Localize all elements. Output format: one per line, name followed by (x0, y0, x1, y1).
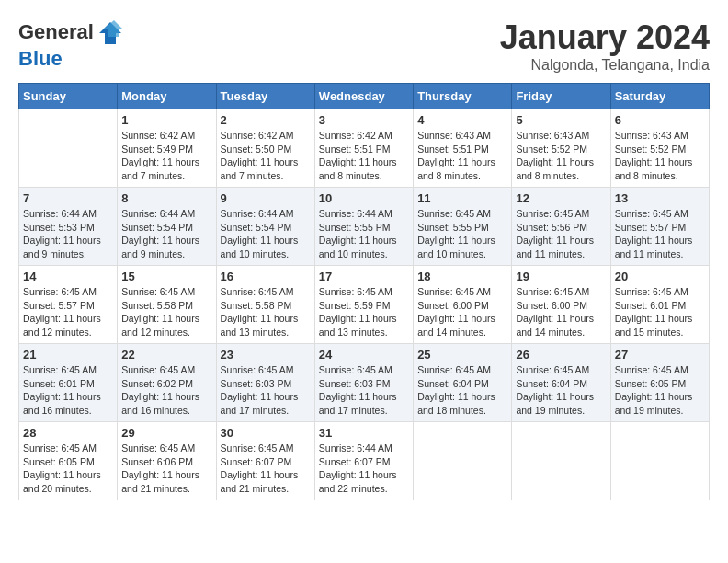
calendar-body: 1Sunrise: 6:42 AM Sunset: 5:49 PM Daylig… (19, 109, 710, 500)
day-detail: Sunrise: 6:45 AM Sunset: 6:05 PM Dayligh… (23, 442, 113, 496)
calendar-cell: 24Sunrise: 6:45 AM Sunset: 6:03 PM Dayli… (314, 344, 413, 422)
week-row-5: 28Sunrise: 6:45 AM Sunset: 6:05 PM Dayli… (19, 422, 710, 500)
week-row-1: 1Sunrise: 6:42 AM Sunset: 5:49 PM Daylig… (19, 109, 710, 188)
day-number: 27 (615, 348, 705, 362)
header-day-wednesday: Wednesday (314, 84, 413, 109)
calendar-cell: 23Sunrise: 6:45 AM Sunset: 6:03 PM Dayli… (216, 344, 314, 422)
header-day-sunday: Sunday (19, 84, 118, 109)
calendar-cell: 5Sunrise: 6:43 AM Sunset: 5:52 PM Daylig… (512, 109, 610, 188)
day-number: 21 (23, 348, 113, 362)
calendar-cell: 20Sunrise: 6:45 AM Sunset: 6:01 PM Dayli… (610, 266, 709, 344)
calendar-cell (512, 422, 610, 500)
day-detail: Sunrise: 6:45 AM Sunset: 6:03 PM Dayligh… (221, 363, 311, 418)
day-number: 1 (121, 113, 211, 127)
calendar-cell: 18Sunrise: 6:45 AM Sunset: 6:00 PM Dayli… (414, 266, 512, 344)
header-day-saturday: Saturday (610, 84, 709, 109)
header-row: SundayMondayTuesdayWednesdayThursdayFrid… (19, 84, 710, 109)
day-detail: Sunrise: 6:45 AM Sunset: 5:57 PM Dayligh… (615, 207, 705, 261)
day-number: 24 (319, 348, 409, 362)
calendar-cell: 9Sunrise: 6:44 AM Sunset: 5:54 PM Daylig… (216, 188, 314, 266)
day-detail: Sunrise: 6:42 AM Sunset: 5:51 PM Dayligh… (319, 129, 409, 183)
day-detail: Sunrise: 6:45 AM Sunset: 6:04 PM Dayligh… (417, 363, 507, 418)
day-detail: Sunrise: 6:42 AM Sunset: 5:49 PM Dayligh… (121, 129, 211, 183)
day-number: 9 (221, 191, 311, 205)
logo-icon (96, 18, 125, 48)
calendar-cell: 12Sunrise: 6:45 AM Sunset: 5:56 PM Dayli… (512, 188, 610, 266)
calendar-cell: 10Sunrise: 6:44 AM Sunset: 5:55 PM Dayli… (314, 188, 413, 266)
calendar-header: SundayMondayTuesdayWednesdayThursdayFrid… (19, 84, 710, 109)
day-number: 31 (319, 426, 409, 440)
day-number: 22 (121, 348, 211, 362)
logo-blue: Blue (18, 47, 63, 70)
day-number: 25 (417, 348, 507, 362)
location-title: Nalgonda, Telangana, India (500, 57, 710, 74)
calendar-cell: 29Sunrise: 6:45 AM Sunset: 6:06 PM Dayli… (118, 422, 216, 500)
calendar-cell: 6Sunrise: 6:43 AM Sunset: 5:52 PM Daylig… (610, 109, 709, 188)
day-detail: Sunrise: 6:45 AM Sunset: 5:58 PM Dayligh… (221, 285, 311, 339)
calendar-cell: 21Sunrise: 6:45 AM Sunset: 6:01 PM Dayli… (19, 344, 118, 422)
calendar-cell: 7Sunrise: 6:44 AM Sunset: 5:53 PM Daylig… (19, 188, 118, 266)
calendar-cell: 17Sunrise: 6:45 AM Sunset: 5:59 PM Dayli… (314, 266, 413, 344)
week-row-2: 7Sunrise: 6:44 AM Sunset: 5:53 PM Daylig… (19, 188, 710, 266)
day-detail: Sunrise: 6:44 AM Sunset: 5:54 PM Dayligh… (121, 207, 211, 261)
day-number: 20 (615, 270, 705, 283)
day-number: 17 (319, 270, 409, 283)
day-detail: Sunrise: 6:45 AM Sunset: 5:55 PM Dayligh… (417, 207, 507, 261)
day-detail: Sunrise: 6:45 AM Sunset: 6:01 PM Dayligh… (615, 285, 705, 339)
day-number: 6 (615, 113, 705, 127)
week-row-4: 21Sunrise: 6:45 AM Sunset: 6:01 PM Dayli… (19, 344, 710, 422)
day-detail: Sunrise: 6:43 AM Sunset: 5:51 PM Dayligh… (417, 129, 507, 183)
calendar-cell: 1Sunrise: 6:42 AM Sunset: 5:49 PM Daylig… (118, 109, 216, 188)
day-number: 30 (221, 426, 311, 440)
day-number: 15 (121, 270, 211, 283)
day-detail: Sunrise: 6:45 AM Sunset: 5:57 PM Dayligh… (23, 285, 113, 339)
calendar-cell: 27Sunrise: 6:45 AM Sunset: 6:05 PM Dayli… (610, 344, 709, 422)
calendar-cell (610, 422, 709, 500)
logo-general: General (18, 20, 94, 43)
calendar-cell: 28Sunrise: 6:45 AM Sunset: 6:05 PM Dayli… (19, 422, 118, 500)
day-detail: Sunrise: 6:43 AM Sunset: 5:52 PM Dayligh… (615, 129, 705, 183)
header-day-thursday: Thursday (414, 84, 512, 109)
day-number: 3 (319, 113, 409, 127)
calendar-cell: 8Sunrise: 6:44 AM Sunset: 5:54 PM Daylig… (118, 188, 216, 266)
calendar-cell: 31Sunrise: 6:44 AM Sunset: 6:07 PM Dayli… (314, 422, 413, 500)
day-number: 13 (615, 191, 705, 205)
header-day-monday: Monday (118, 84, 216, 109)
calendar-cell: 14Sunrise: 6:45 AM Sunset: 5:57 PM Dayli… (19, 266, 118, 344)
day-number: 29 (121, 426, 211, 440)
calendar-cell: 11Sunrise: 6:45 AM Sunset: 5:55 PM Dayli… (414, 188, 512, 266)
day-number: 10 (319, 191, 409, 205)
month-title: January 2024 (500, 18, 710, 57)
day-detail: Sunrise: 6:45 AM Sunset: 6:00 PM Dayligh… (516, 285, 606, 339)
day-number: 26 (516, 348, 606, 362)
logo: General Blue (18, 18, 127, 70)
calendar-cell (19, 109, 118, 188)
calendar-cell: 15Sunrise: 6:45 AM Sunset: 5:58 PM Dayli… (118, 266, 216, 344)
day-number: 23 (221, 348, 311, 362)
day-detail: Sunrise: 6:42 AM Sunset: 5:50 PM Dayligh… (221, 129, 311, 183)
calendar-cell: 4Sunrise: 6:43 AM Sunset: 5:51 PM Daylig… (414, 109, 512, 188)
calendar-table: SundayMondayTuesdayWednesdayThursdayFrid… (18, 83, 710, 500)
calendar-cell: 13Sunrise: 6:45 AM Sunset: 5:57 PM Dayli… (610, 188, 709, 266)
day-detail: Sunrise: 6:45 AM Sunset: 5:59 PM Dayligh… (319, 285, 409, 339)
day-number: 8 (121, 191, 211, 205)
day-detail: Sunrise: 6:45 AM Sunset: 6:02 PM Dayligh… (121, 363, 211, 418)
day-detail: Sunrise: 6:44 AM Sunset: 5:55 PM Dayligh… (319, 207, 409, 261)
calendar-cell: 16Sunrise: 6:45 AM Sunset: 5:58 PM Dayli… (216, 266, 314, 344)
header-day-friday: Friday (512, 84, 610, 109)
calendar-cell: 25Sunrise: 6:45 AM Sunset: 6:04 PM Dayli… (414, 344, 512, 422)
calendar-cell: 26Sunrise: 6:45 AM Sunset: 6:04 PM Dayli… (512, 344, 610, 422)
calendar-cell: 19Sunrise: 6:45 AM Sunset: 6:00 PM Dayli… (512, 266, 610, 344)
day-detail: Sunrise: 6:44 AM Sunset: 5:54 PM Dayligh… (221, 207, 311, 261)
page-header: General Blue January 2024 Nalgonda, Tela… (18, 18, 710, 74)
day-detail: Sunrise: 6:45 AM Sunset: 6:03 PM Dayligh… (319, 363, 409, 418)
day-detail: Sunrise: 6:45 AM Sunset: 6:07 PM Dayligh… (221, 442, 311, 496)
day-number: 11 (417, 191, 507, 205)
day-number: 18 (417, 270, 507, 283)
day-detail: Sunrise: 6:45 AM Sunset: 6:00 PM Dayligh… (417, 285, 507, 339)
header-day-tuesday: Tuesday (216, 84, 314, 109)
title-block: January 2024 Nalgonda, Telangana, India (500, 18, 710, 74)
day-number: 28 (23, 426, 113, 440)
calendar-cell: 2Sunrise: 6:42 AM Sunset: 5:50 PM Daylig… (216, 109, 314, 188)
day-number: 5 (516, 113, 606, 127)
